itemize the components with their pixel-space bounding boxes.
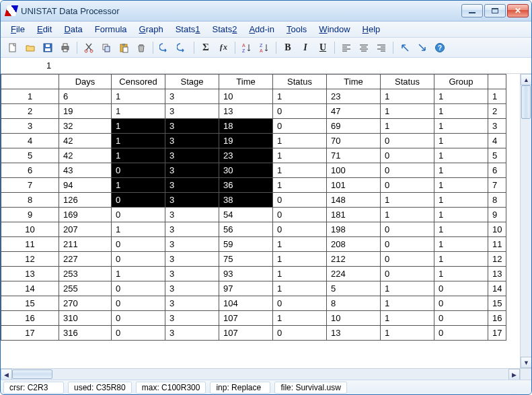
scroll-down-button[interactable]: ▼	[521, 357, 531, 368]
column-header[interactable]	[488, 75, 506, 89]
italic-button[interactable]: I	[297, 40, 313, 56]
cell[interactable]: 169	[59, 208, 112, 222]
data-grid[interactable]: DaysCensoredStageTimeStatusTimeStatusGro…	[1, 74, 506, 341]
cell[interactable]: 15	[488, 296, 506, 311]
cell[interactable]: 1	[381, 296, 434, 311]
open-button[interactable]	[22, 40, 38, 56]
cell[interactable]: 0	[381, 252, 434, 267]
cell[interactable]: 1	[381, 326, 434, 341]
cell[interactable]: 0	[112, 281, 165, 296]
undo-button[interactable]	[157, 40, 173, 56]
cell[interactable]: 1	[434, 237, 488, 252]
cell[interactable]: 1	[112, 222, 165, 237]
minimize-button[interactable]	[461, 4, 483, 17]
row-header[interactable]: 10	[1, 222, 59, 237]
cell[interactable]: 1	[434, 178, 488, 193]
cell[interactable]: 6	[488, 163, 506, 178]
cell[interactable]: 11	[488, 237, 506, 252]
cell[interactable]: 71	[327, 148, 381, 163]
row-header[interactable]: 2	[1, 104, 59, 119]
redo-button[interactable]	[174, 40, 190, 56]
column-header[interactable]: Status	[273, 75, 327, 89]
cell[interactable]: 0	[381, 134, 434, 148]
cell[interactable]: 3	[165, 208, 219, 222]
cell[interactable]: 0	[112, 296, 165, 311]
cell[interactable]: 1	[273, 134, 327, 148]
corner-cell[interactable]	[1, 75, 59, 89]
column-header[interactable]: Stage	[165, 75, 219, 89]
fx-button[interactable]: ƒx	[215, 40, 231, 56]
cell[interactable]: 0	[112, 237, 165, 252]
cell[interactable]: 56	[219, 222, 273, 237]
cell[interactable]: 0	[112, 193, 165, 208]
cell[interactable]: 3	[165, 119, 219, 134]
menu-formula[interactable]: Formula	[89, 23, 133, 36]
cell[interactable]: 1	[112, 267, 165, 281]
cell[interactable]: 1	[434, 104, 488, 119]
cell[interactable]: 14	[488, 281, 506, 296]
cell[interactable]: 1	[273, 237, 327, 252]
cell[interactable]: 3	[165, 296, 219, 311]
cell[interactable]: 211	[59, 237, 112, 252]
cell[interactable]: 10	[488, 222, 506, 237]
cell[interactable]: 227	[59, 252, 112, 267]
cell[interactable]: 9	[488, 208, 506, 222]
cell[interactable]: 0	[273, 104, 327, 119]
cell[interactable]: 23	[219, 148, 273, 163]
cell[interactable]: 1	[381, 119, 434, 134]
cell[interactable]: 1	[434, 89, 488, 104]
cell[interactable]: 1	[434, 267, 488, 281]
cell[interactable]: 0	[273, 296, 327, 311]
cell[interactable]: 3	[165, 193, 219, 208]
underline-button[interactable]: U	[315, 40, 331, 56]
column-header[interactable]: Status	[381, 75, 434, 89]
cell[interactable]: 32	[59, 119, 112, 134]
cell[interactable]: 1	[112, 178, 165, 193]
cell[interactable]: 1	[112, 148, 165, 163]
menu-graph[interactable]: Graph	[133, 23, 169, 36]
cell[interactable]: 212	[327, 252, 381, 267]
cell[interactable]: 17	[488, 326, 506, 341]
cell[interactable]: 3	[165, 178, 219, 193]
cell[interactable]: 0	[112, 163, 165, 178]
cell[interactable]: 181	[327, 208, 381, 222]
cell[interactable]: 0	[273, 326, 327, 341]
cell[interactable]: 3	[165, 104, 219, 119]
cell[interactable]: 1	[434, 134, 488, 148]
cell[interactable]: 1	[381, 311, 434, 326]
cell[interactable]: 97	[219, 281, 273, 296]
cell[interactable]: 36	[219, 178, 273, 193]
sort-desc-button[interactable]: ZA	[256, 40, 272, 56]
cell[interactable]: 5	[327, 281, 381, 296]
align-left-button[interactable]	[338, 40, 354, 56]
scroll-left-button[interactable]: ◀	[1, 369, 12, 380]
cell[interactable]: 69	[327, 119, 381, 134]
cell[interactable]: 1	[112, 119, 165, 134]
cell[interactable]: 3	[165, 163, 219, 178]
menu-window[interactable]: Window	[313, 23, 356, 36]
cell[interactable]: 1	[273, 267, 327, 281]
cell[interactable]: 38	[219, 193, 273, 208]
cell[interactable]: 8	[488, 193, 506, 208]
row-header[interactable]: 9	[1, 208, 59, 222]
cell[interactable]: 16	[488, 311, 506, 326]
cell[interactable]: 3	[165, 89, 219, 104]
column-header[interactable]: Time	[327, 75, 381, 89]
cell[interactable]: 0	[112, 208, 165, 222]
cell[interactable]: 253	[59, 267, 112, 281]
arrow-tl-button[interactable]	[397, 40, 413, 56]
cell[interactable]: 59	[219, 237, 273, 252]
cell[interactable]: 1	[112, 134, 165, 148]
row-header[interactable]: 4	[1, 134, 59, 148]
save-button[interactable]	[40, 40, 56, 56]
menu-tools[interactable]: Tools	[280, 23, 313, 36]
cell[interactable]: 6	[59, 89, 112, 104]
delete-button[interactable]	[133, 40, 149, 56]
cell[interactable]: 0	[381, 178, 434, 193]
horizontal-scrollbar[interactable]: ◀ ▶	[1, 368, 520, 380]
cell[interactable]: 316	[59, 326, 112, 341]
cell[interactable]: 94	[59, 178, 112, 193]
cell[interactable]: 10	[219, 89, 273, 104]
scroll-up-button[interactable]: ▲	[521, 74, 531, 85]
row-header[interactable]: 11	[1, 237, 59, 252]
